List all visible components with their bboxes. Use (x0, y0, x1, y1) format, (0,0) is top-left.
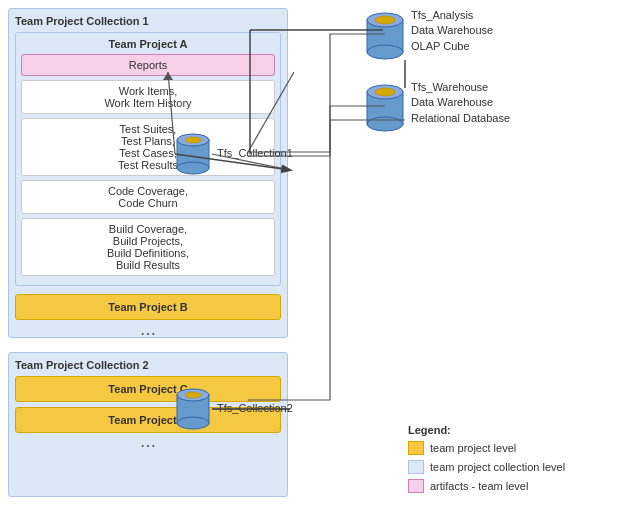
tpc2-label: Team Project Collection 2 (15, 359, 281, 371)
code-item: Code Coverage,Code Churn (21, 180, 275, 214)
legend-color-pink (408, 479, 424, 493)
tfs-collection1-cylinder (175, 130, 211, 178)
tfs-collection1-label: Tfs_Collection1 (217, 146, 293, 161)
legend-title: Legend: (408, 424, 451, 436)
svg-point-10 (177, 162, 209, 174)
tfs-collection2-label: Tfs_Collection2 (217, 401, 293, 416)
legend-color-orange (408, 441, 424, 455)
svg-point-15 (185, 392, 201, 398)
svg-point-11 (185, 137, 201, 143)
tfs-warehouse-label: Tfs_Warehouse Data Warehouse Relational … (411, 80, 510, 126)
legend-item-blue: team project collection level (408, 460, 618, 474)
legend-label-pink: artifacts - team level (430, 480, 528, 492)
svg-point-7 (375, 88, 395, 96)
svg-point-2 (367, 45, 403, 59)
tfs-warehouse-cylinder (365, 80, 405, 132)
svg-point-6 (367, 117, 403, 131)
svg-point-14 (177, 417, 209, 429)
tfs-collection2-group: Tfs_Collection2 (175, 385, 293, 433)
tfs-warehouse-group: Tfs_Warehouse Data Warehouse Relational … (365, 80, 510, 132)
tfs-collection2-cylinder (175, 385, 211, 433)
legend-label-blue: team project collection level (430, 461, 565, 473)
reports-item: Reports (21, 54, 275, 76)
build-item: Build Coverage,Build Projects,Build Defi… (21, 218, 275, 276)
legend-item-orange: team project level (408, 441, 618, 455)
svg-point-3 (375, 16, 395, 24)
work-items-item: Work Items,Work Item History (21, 80, 275, 114)
legend-color-blue (408, 460, 424, 474)
team-project-b: Team Project B (15, 294, 281, 320)
tfs-analysis-cylinder (365, 8, 405, 60)
legend-label-orange: team project level (430, 442, 516, 454)
tfs-analysis-group: Tfs_Analysis Data Warehouse OLAP Cube (365, 8, 493, 60)
legend: Legend: team project level team project … (398, 416, 628, 501)
tpa-label: Team Project A (21, 38, 275, 50)
legend-title-row: Legend: (408, 424, 618, 436)
legend-item-pink: artifacts - team level (408, 479, 618, 493)
tpc1-label: Team Project Collection 1 (15, 15, 281, 27)
tpc1-ellipsis: ⋯ (15, 326, 281, 342)
tfs-collection1-group: Tfs_Collection1 (175, 130, 293, 178)
tpc2-ellipsis: ⋯ (15, 438, 281, 454)
tfs-analysis-label: Tfs_Analysis Data Warehouse OLAP Cube (411, 8, 493, 54)
diagram-container: Team Project Collection 1 Team Project A… (0, 0, 638, 511)
